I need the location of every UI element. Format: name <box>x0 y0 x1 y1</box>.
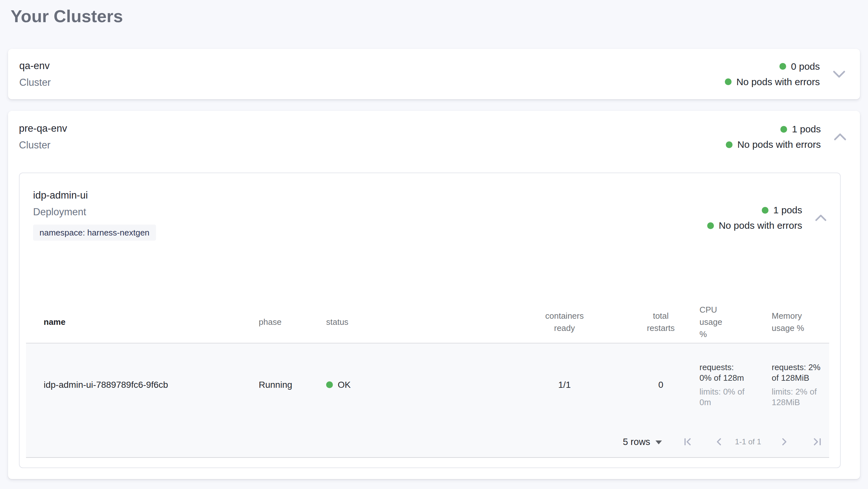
cpu-requests: requests: 0% of 128m <box>700 362 745 383</box>
chevron-up-icon <box>814 213 827 222</box>
namespace-chip: namespace: harness-nextgen <box>33 225 156 241</box>
rows-per-page-value: 5 rows <box>623 437 650 447</box>
workload-title-block: idp-admin-ui Deployment namespace: harne… <box>33 189 707 241</box>
cluster-name: qa-env <box>19 60 725 72</box>
status-ok-dot <box>726 141 733 148</box>
cluster-name: pre-qa-env <box>19 122 726 135</box>
pods-errors-line: No pods with errors <box>726 139 821 151</box>
cell-total-restarts: 0 <box>628 379 694 391</box>
cluster-card-pre-qa-env: pre-qa-env Cluster 1 pods No pods with e… <box>8 111 860 479</box>
table-body: idp-admin-ui-7889789fc6-9f6cb Running OK… <box>26 343 829 458</box>
table-header-row: name phase status containers ready total… <box>26 301 829 343</box>
workload-card-header[interactable]: idp-admin-ui Deployment namespace: harne… <box>20 189 840 241</box>
pods-errors-label: No pods with errors <box>736 77 820 87</box>
workload-status-block: 1 pods No pods with errors <box>707 204 827 232</box>
previous-page-button[interactable] <box>710 436 728 447</box>
cell-containers-ready: 1/1 <box>501 379 628 391</box>
pods-count-line: 1 pods <box>707 204 802 216</box>
pods-errors-line: No pods with errors <box>707 220 802 232</box>
chevron-left-icon <box>714 436 724 447</box>
collapse-cluster-button[interactable] <box>833 132 847 142</box>
column-header-cpu-usage: CPU usage % <box>694 304 766 340</box>
last-page-bar <box>819 436 821 447</box>
chevron-right-icon <box>779 436 790 447</box>
memory-limits: limits: 2% of 128MiB <box>772 386 823 408</box>
first-page-icon <box>682 436 693 447</box>
column-header-memory-usage: Memory usage % <box>766 310 829 334</box>
pods-count-line: 0 pods <box>725 60 820 73</box>
table-row: idp-admin-ui-7889789fc6-9f6cb Running OK… <box>26 343 829 426</box>
pods-errors-label: No pods with errors <box>737 139 821 150</box>
cluster-card-header[interactable]: qa-env Cluster 0 pods No pods with error… <box>19 60 846 89</box>
next-page-button[interactable] <box>775 436 793 447</box>
workload-name: idp-admin-ui <box>33 189 707 201</box>
cluster-title-block: qa-env Cluster <box>19 60 725 89</box>
memory-requests: requests: 2% of 128MiB <box>772 362 823 383</box>
pods-count-line: 1 pods <box>726 123 821 135</box>
cell-phase: Running <box>246 379 315 391</box>
status-label: OK <box>338 380 350 390</box>
pods-errors-line: No pods with errors <box>725 76 820 88</box>
table-pagination: 5 rows 1-1 of 1 <box>26 426 829 457</box>
pods-errors-label: No pods with errors <box>719 220 802 231</box>
cell-memory-usage: requests: 2% of 128MiB limits: 2% of 128… <box>766 362 829 408</box>
cluster-kind-label: Cluster <box>19 77 725 89</box>
collapse-workload-button[interactable] <box>814 213 827 222</box>
cell-cpu-usage: requests: 0% of 128m limits: 0% of 0m <box>694 362 766 408</box>
chevron-down-icon <box>832 69 846 79</box>
column-header-status: status <box>315 316 501 328</box>
status-ok-dot <box>780 126 787 133</box>
cluster-card-qa-env: qa-env Cluster 0 pods No pods with error… <box>8 49 860 99</box>
cluster-kind-label: Cluster <box>19 139 726 151</box>
status-ok-dot <box>779 63 786 70</box>
cluster-pods-summary: 0 pods No pods with errors <box>725 60 820 88</box>
workload-card: idp-admin-ui Deployment namespace: harne… <box>19 173 841 468</box>
cluster-pods-summary: 1 pods No pods with errors <box>726 123 821 151</box>
chevron-up-icon <box>833 132 847 142</box>
cpu-limits: limits: 0% of 0m <box>700 386 745 408</box>
column-header-total-restarts: total restarts <box>628 310 694 334</box>
status-ok-dot <box>326 381 333 388</box>
rows-per-page-select[interactable]: 5 rows <box>623 437 661 447</box>
cluster-card-header[interactable]: pre-qa-env Cluster 1 pods No pods with e… <box>19 122 847 151</box>
first-page-button[interactable] <box>679 436 696 447</box>
column-header-name: name <box>26 316 246 328</box>
pods-count-label: 0 pods <box>791 61 820 71</box>
pods-count-label: 1 pods <box>773 205 802 215</box>
pods-count-label: 1 pods <box>792 124 821 134</box>
clusters-page: Your Clusters qa-env Cluster 0 pods No p… <box>0 6 868 489</box>
cell-status: OK <box>315 379 501 391</box>
last-page-button[interactable] <box>807 436 825 447</box>
column-header-containers-ready: containers ready <box>501 310 628 334</box>
cluster-title-block: pre-qa-env Cluster <box>19 122 726 151</box>
status-ok-dot <box>762 207 769 214</box>
cell-pod-name: idp-admin-ui-7889789fc6-9f6cb <box>26 379 246 391</box>
column-header-phase: phase <box>246 316 315 328</box>
workload-pods-summary: 1 pods No pods with errors <box>707 204 802 232</box>
status-ok-dot <box>725 78 732 85</box>
page-title: Your Clusters <box>10 6 860 26</box>
status-ok-dot <box>707 222 714 229</box>
caret-down-icon <box>655 440 662 444</box>
workload-kind-label: Deployment <box>33 206 707 218</box>
expand-cluster-button[interactable] <box>832 69 846 79</box>
pods-table: name phase status containers ready total… <box>26 301 829 458</box>
pagination-range-label: 1-1 of 1 <box>735 437 761 446</box>
